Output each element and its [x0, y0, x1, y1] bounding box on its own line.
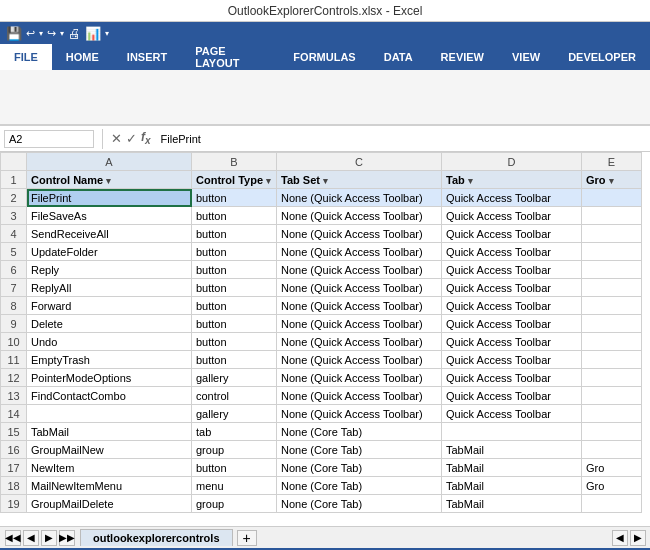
cell-row8-col2[interactable]: None (Quick Access Toolbar) — [277, 297, 442, 315]
cell-row10-col1[interactable]: button — [192, 333, 277, 351]
cell-row18-col0[interactable]: MailNewItemMenu — [27, 477, 192, 495]
cell-row2-col0[interactable]: FilePrint — [27, 189, 192, 207]
scroll-left-btn[interactable]: ◀ — [612, 530, 628, 546]
cell-row16-col1[interactable]: group — [192, 441, 277, 459]
cell-row14-col0[interactable] — [27, 405, 192, 423]
cell-row17-col3[interactable]: TabMail — [442, 459, 582, 477]
cell-row8-col4[interactable] — [582, 297, 642, 315]
cell-row7-col1[interactable]: button — [192, 279, 277, 297]
sheet-table-wrapper[interactable]: A B C D E 1 Control Name ▾ Control Type … — [0, 152, 650, 526]
cell-row2-col1[interactable]: button — [192, 189, 277, 207]
cell-row9-col0[interactable]: Delete — [27, 315, 192, 333]
redo-icon[interactable]: ↪ — [47, 27, 56, 40]
undo-icon[interactable]: ↩ — [26, 27, 35, 40]
formula-input[interactable]: FilePrint — [155, 133, 650, 145]
print-icon[interactable]: 🖨 — [68, 26, 81, 41]
cell-a1[interactable]: Control Name ▾ — [27, 171, 192, 189]
cell-row18-col2[interactable]: None (Core Tab) — [277, 477, 442, 495]
cell-row17-col1[interactable]: button — [192, 459, 277, 477]
cell-b1[interactable]: Control Type ▾ — [192, 171, 277, 189]
cell-row7-col3[interactable]: Quick Access Toolbar — [442, 279, 582, 297]
cell-row11-col2[interactable]: None (Quick Access Toolbar) — [277, 351, 442, 369]
cell-c1[interactable]: Tab Set ▾ — [277, 171, 442, 189]
cell-row10-col0[interactable]: Undo — [27, 333, 192, 351]
cell-row16-col0[interactable]: GroupMailNew — [27, 441, 192, 459]
cell-row5-col4[interactable] — [582, 243, 642, 261]
cell-row10-col4[interactable] — [582, 333, 642, 351]
cell-row4-col1[interactable]: button — [192, 225, 277, 243]
add-sheet-button[interactable]: + — [237, 530, 257, 546]
cell-row11-col4[interactable] — [582, 351, 642, 369]
cell-row14-col4[interactable] — [582, 405, 642, 423]
cell-row6-col0[interactable]: Reply — [27, 261, 192, 279]
cell-e1[interactable]: Gro ▾ — [582, 171, 642, 189]
cell-row13-col2[interactable]: None (Quick Access Toolbar) — [277, 387, 442, 405]
cell-row19-col4[interactable] — [582, 495, 642, 513]
cell-row19-col0[interactable]: GroupMailDelete — [27, 495, 192, 513]
save-icon[interactable]: 💾 — [6, 26, 22, 41]
cell-row3-col3[interactable]: Quick Access Toolbar — [442, 207, 582, 225]
tab-file[interactable]: FILE — [0, 44, 52, 70]
cancel-formula-icon[interactable]: ✕ — [111, 131, 122, 146]
cell-row19-col3[interactable]: TabMail — [442, 495, 582, 513]
customize-qa-icon[interactable]: ▾ — [105, 29, 109, 38]
col-header-c[interactable]: C — [277, 153, 442, 171]
cell-row17-col4[interactable]: Gro — [582, 459, 642, 477]
cell-row3-col0[interactable]: FileSaveAs — [27, 207, 192, 225]
cell-row13-col4[interactable] — [582, 387, 642, 405]
col-header-a[interactable]: A — [27, 153, 192, 171]
cell-row8-col3[interactable]: Quick Access Toolbar — [442, 297, 582, 315]
cell-row3-col1[interactable]: button — [192, 207, 277, 225]
cell-row5-col3[interactable]: Quick Access Toolbar — [442, 243, 582, 261]
cell-row9-col4[interactable] — [582, 315, 642, 333]
insert-function-icon[interactable]: fx — [141, 130, 151, 146]
cell-row15-col4[interactable] — [582, 423, 642, 441]
cell-row4-col0[interactable]: SendReceiveAll — [27, 225, 192, 243]
sheet-tab-main[interactable]: outlookexplorercontrols — [80, 529, 233, 546]
scroll-right-btn[interactable]: ▶ — [630, 530, 646, 546]
tab-data[interactable]: DATA — [370, 44, 427, 70]
cell-row5-col2[interactable]: None (Quick Access Toolbar) — [277, 243, 442, 261]
col-header-e[interactable]: E — [582, 153, 642, 171]
sheet-nav-prev[interactable]: ◀ — [23, 530, 39, 546]
cell-row8-col0[interactable]: Forward — [27, 297, 192, 315]
cell-row7-col4[interactable] — [582, 279, 642, 297]
cell-row6-col3[interactable]: Quick Access Toolbar — [442, 261, 582, 279]
cell-row2-col2[interactable]: None (Quick Access Toolbar) — [277, 189, 442, 207]
cell-row15-col1[interactable]: tab — [192, 423, 277, 441]
cell-row9-col2[interactable]: None (Quick Access Toolbar) — [277, 315, 442, 333]
cell-row4-col3[interactable]: Quick Access Toolbar — [442, 225, 582, 243]
sheet-nav-last[interactable]: ▶▶ — [59, 530, 75, 546]
cell-row3-col2[interactable]: None (Quick Access Toolbar) — [277, 207, 442, 225]
cell-row18-col3[interactable]: TabMail — [442, 477, 582, 495]
cell-row4-col4[interactable] — [582, 225, 642, 243]
cell-row6-col4[interactable] — [582, 261, 642, 279]
sheet-nav-next[interactable]: ▶ — [41, 530, 57, 546]
cell-row13-col1[interactable]: control — [192, 387, 277, 405]
confirm-formula-icon[interactable]: ✓ — [126, 131, 137, 146]
cell-row2-col3[interactable]: Quick Access Toolbar — [442, 189, 582, 207]
cell-row7-col2[interactable]: None (Quick Access Toolbar) — [277, 279, 442, 297]
cell-row6-col1[interactable]: button — [192, 261, 277, 279]
cell-row10-col2[interactable]: None (Quick Access Toolbar) — [277, 333, 442, 351]
cell-row11-col3[interactable]: Quick Access Toolbar — [442, 351, 582, 369]
col-header-d[interactable]: D — [442, 153, 582, 171]
tab-insert[interactable]: INSERT — [113, 44, 181, 70]
cell-row17-col0[interactable]: NewItem — [27, 459, 192, 477]
cell-row16-col2[interactable]: None (Core Tab) — [277, 441, 442, 459]
cell-row12-col3[interactable]: Quick Access Toolbar — [442, 369, 582, 387]
cell-row9-col3[interactable]: Quick Access Toolbar — [442, 315, 582, 333]
cell-row18-col4[interactable]: Gro — [582, 477, 642, 495]
cell-row8-col1[interactable]: button — [192, 297, 277, 315]
cell-row15-col3[interactable] — [442, 423, 582, 441]
sheet-nav-first[interactable]: ◀◀ — [5, 530, 21, 546]
cell-row14-col3[interactable]: Quick Access Toolbar — [442, 405, 582, 423]
cell-reference-box[interactable]: A2 — [4, 130, 94, 148]
tab-review[interactable]: REVIEW — [427, 44, 498, 70]
cell-row5-col0[interactable]: UpdateFolder — [27, 243, 192, 261]
tab-developer[interactable]: DEVELOPER — [554, 44, 650, 70]
cell-row13-col3[interactable]: Quick Access Toolbar — [442, 387, 582, 405]
cell-row4-col2[interactable]: None (Quick Access Toolbar) — [277, 225, 442, 243]
cell-row15-col2[interactable]: None (Core Tab) — [277, 423, 442, 441]
cell-row3-col4[interactable] — [582, 207, 642, 225]
